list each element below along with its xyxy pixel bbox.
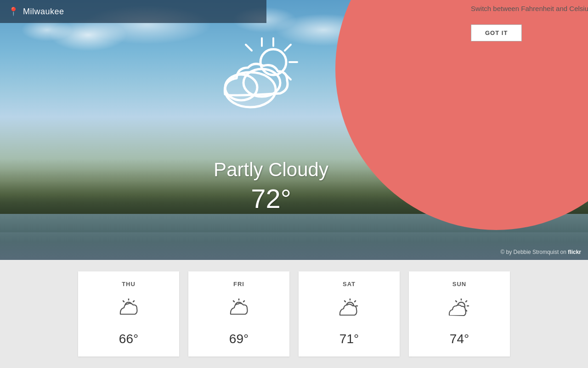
forecast-day-sat: SAT <box>343 281 356 288</box>
weather-condition: Partly Cloudy <box>214 159 328 181</box>
forecast-icon-sat <box>337 299 361 321</box>
forecast-card-thu: THU 66° <box>78 271 179 356</box>
weather-icon-area <box>211 28 303 120</box>
hero-section: 📍 Milwaukee Partly Cloudy 72° <box>0 0 588 260</box>
photo-credit: © by Debbie Stromquist on flickr <box>500 249 581 255</box>
forecast-temp-sat: 71° <box>339 332 359 346</box>
forecast-icon-sun <box>447 299 471 321</box>
forecast-icon-thu <box>117 299 141 321</box>
svg-line-30 <box>466 301 467 302</box>
forecast-card-fri: FRI 69° <box>188 271 289 356</box>
got-it-button[interactable]: GOT IT <box>471 24 522 41</box>
forecast-temp-thu: 66° <box>119 332 138 346</box>
forecast-day-sun: SUN <box>452 281 466 288</box>
city-name: Milwaukee <box>23 7 64 17</box>
location-pin-icon: 📍 <box>8 6 18 17</box>
forecast-card-sun: SUN 74° <box>409 271 510 356</box>
svg-line-24 <box>355 301 356 302</box>
flickr-brand: flickr <box>568 249 581 255</box>
forecast-day-thu: THU <box>122 281 136 288</box>
weather-text: Partly Cloudy 72° <box>214 159 328 214</box>
svg-line-27 <box>345 301 345 302</box>
svg-line-12 <box>133 301 134 302</box>
svg-line-18 <box>243 301 244 302</box>
tooltip-panel: Temperature Scale Switch between Fahrenh… <box>471 0 588 41</box>
tooltip-description: Switch between Fahrenheit and Celsius. <box>471 4 588 14</box>
svg-line-15 <box>123 301 124 302</box>
svg-line-1 <box>285 45 291 51</box>
forecast-day-fri: FRI <box>233 281 244 288</box>
weather-temperature: 72° <box>214 183 328 214</box>
forecast-temp-fri: 69° <box>229 332 249 346</box>
forecast-section: THU 66° FRI <box>0 260 588 368</box>
partly-cloudy-icon <box>214 34 301 113</box>
svg-line-33 <box>456 301 457 302</box>
svg-line-21 <box>233 301 234 302</box>
forecast-icon-fri <box>227 299 251 321</box>
svg-line-5 <box>246 45 252 51</box>
forecast-card-sat: SAT 71° <box>299 271 400 356</box>
header-bar: 📍 Milwaukee <box>0 0 266 23</box>
forecast-temp-sun: 74° <box>450 332 469 346</box>
